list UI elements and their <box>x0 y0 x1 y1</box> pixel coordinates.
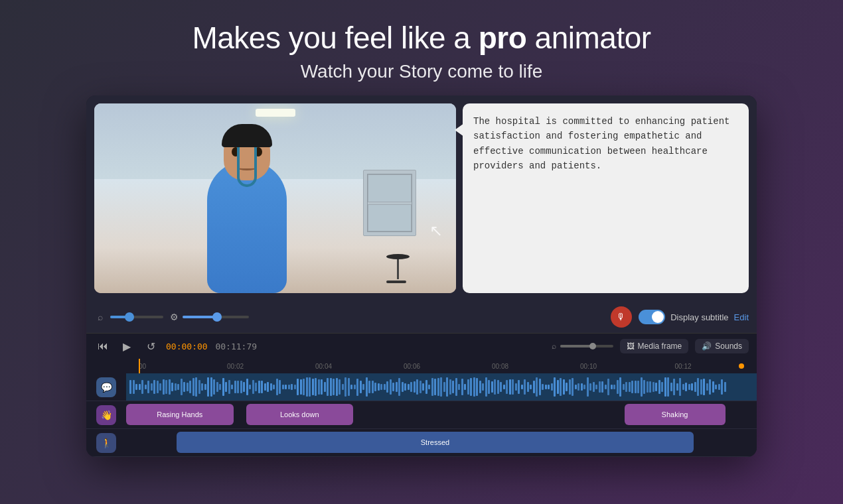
video-panel[interactable]: ↖ <box>94 103 456 293</box>
waveform-bar <box>563 379 565 395</box>
waveform-bar <box>249 385 251 390</box>
waveform-bar <box>509 379 511 394</box>
skip-back-button[interactable]: ⏮ <box>94 338 112 355</box>
waveform-bar <box>267 382 269 392</box>
waveform-bar <box>234 381 236 394</box>
sounds-icon: 🔊 <box>702 342 712 351</box>
audio-track-row: 💬 <box>86 373 757 401</box>
waveform-bar <box>637 381 639 393</box>
playhead[interactable] <box>139 359 140 373</box>
speech-text: The hospital is committed to enhancing p… <box>473 114 738 174</box>
waveform-bar <box>595 385 597 390</box>
waveform-bar <box>288 385 290 389</box>
waveform-bar <box>664 377 666 397</box>
controls-bar: ⌕ ⚙ 🎙 Display subtitle Edit <box>86 301 757 333</box>
ruler-mark-4: 00:08 <box>492 363 508 370</box>
ruler-mark-6: 00:12 <box>675 363 692 370</box>
waveform-bar <box>216 382 218 392</box>
waveform-bar <box>635 381 637 393</box>
waveform-bar <box>279 380 281 393</box>
gesture-track-content[interactable]: Rasing Hands Looks down Shaking <box>126 401 757 428</box>
waveform-bar <box>712 381 714 392</box>
subtitle-toggle-switch[interactable] <box>639 310 665 324</box>
waveform-bar <box>318 379 320 395</box>
waveform-bar <box>416 379 418 395</box>
waveform-bar <box>515 383 517 391</box>
waveform-bar <box>252 380 254 394</box>
play-button[interactable]: ▶ <box>118 338 135 355</box>
waveform-bar <box>455 378 457 396</box>
waveform-bar <box>497 380 499 393</box>
waveform-bar <box>467 379 469 395</box>
waveform-bar <box>231 385 233 389</box>
body-chip-stressed[interactable]: Stressed <box>177 432 694 453</box>
ruler-mark-3: 00:06 <box>404 363 420 370</box>
zoom-timeline-thumb[interactable] <box>589 343 596 349</box>
waveform-bar <box>207 377 209 397</box>
waveform-bar <box>607 379 609 396</box>
gesture-chip-raising-hands[interactable]: Rasing Hands <box>126 404 234 425</box>
char-hair <box>222 124 272 147</box>
time-display: 00:00:00 00:11:79 <box>166 342 257 351</box>
waveform-bar <box>273 385 275 389</box>
waveform-bar <box>611 385 613 390</box>
waveform-bar <box>282 385 284 389</box>
waveform-bar <box>557 380 559 394</box>
gesture-chip-looks-down[interactable]: Looks down <box>246 404 354 425</box>
waveform-bar <box>258 381 260 394</box>
speed-slider-fill <box>183 316 216 318</box>
body-track-content[interactable]: Stressed <box>126 429 757 456</box>
waveform-bar <box>410 382 412 392</box>
audio-track-content[interactable] <box>126 373 757 401</box>
waveform-bar <box>315 378 317 396</box>
audio-track-icon: 💬 <box>96 377 116 397</box>
waveform-bar <box>153 380 155 393</box>
zoom-slider-fill <box>110 316 126 318</box>
waveform-bar <box>572 378 574 396</box>
gesture-chip-shaking[interactable]: Shaking <box>625 404 726 425</box>
waveform-bar <box>521 385 523 389</box>
sounds-button[interactable]: 🔊 Sounds <box>695 339 749 353</box>
zoom-slider-track[interactable] <box>110 316 163 318</box>
waveform-bar <box>345 377 346 397</box>
waveform-bar <box>264 383 266 390</box>
gesture-label-shaking: Shaking <box>662 410 688 418</box>
waveform-bar <box>159 383 161 390</box>
waveform-bar <box>715 385 717 389</box>
speed-slider-track[interactable] <box>183 316 249 318</box>
edit-button[interactable]: Edit <box>734 312 749 322</box>
waveform-bar <box>703 379 705 396</box>
waveform-bar <box>619 377 621 397</box>
waveform-bar <box>350 385 352 390</box>
media-frame-icon: 🖼 <box>627 342 635 351</box>
gesture-icon: 👋 <box>101 410 112 420</box>
zoom-icon: ⌕ <box>94 311 106 323</box>
waveform-bar <box>428 385 430 389</box>
waveform-bar <box>378 383 380 391</box>
hero-title: Makes you feel like a pro animator <box>13 20 830 56</box>
waveform-bar <box>192 378 194 397</box>
character <box>181 121 313 293</box>
mic-button[interactable]: 🎙 <box>611 306 632 328</box>
zoom-timeline-track[interactable] <box>560 345 613 347</box>
waveform-bar <box>270 383 272 390</box>
waveform-bar <box>688 384 690 389</box>
waveform-bar <box>386 381 388 393</box>
gesture-track-icon-container: 👋 <box>86 405 126 425</box>
gesture-label-looks-down: Looks down <box>280 410 319 418</box>
cabinet-door <box>367 174 412 232</box>
waveform-bar <box>354 385 356 389</box>
ruler-mark-2: 00:04 <box>315 363 332 370</box>
waveform-bar <box>145 385 147 390</box>
waveform-bar <box>488 380 490 394</box>
body-track-icon: 🚶 <box>96 433 116 453</box>
speed-slider-thumb[interactable] <box>212 312 222 322</box>
waveform-bar <box>548 385 550 389</box>
waveform-bar <box>581 383 583 390</box>
media-frame-button[interactable]: 🖼 Media frame <box>620 339 689 353</box>
waveform-bar <box>691 383 693 391</box>
waveform-bar <box>219 384 221 389</box>
waveform-bar <box>652 382 654 391</box>
zoom-slider-thumb[interactable] <box>125 312 134 322</box>
loop-button[interactable]: ↺ <box>142 338 159 355</box>
